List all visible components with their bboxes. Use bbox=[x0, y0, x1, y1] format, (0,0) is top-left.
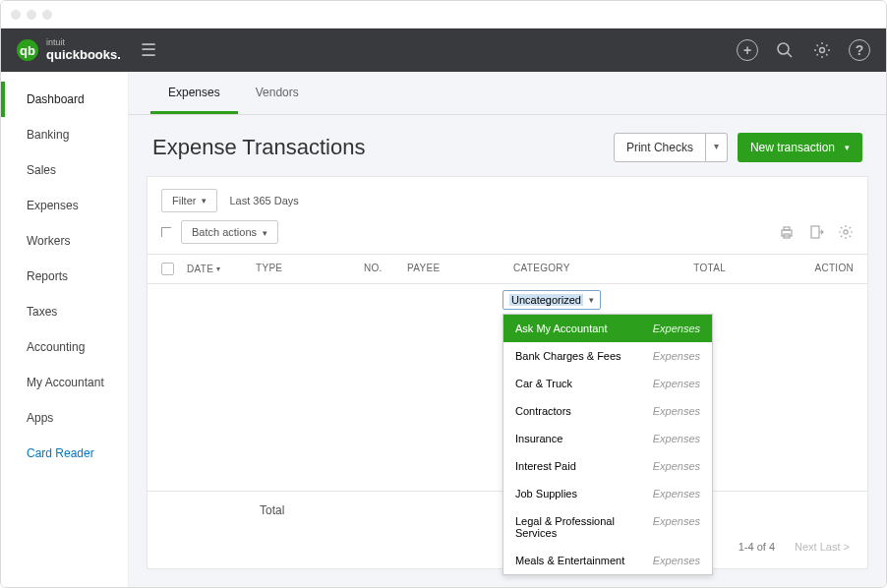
svg-rect-4 bbox=[784, 227, 790, 230]
export-icon[interactable] bbox=[808, 224, 824, 240]
chevron-down-icon: ▾ bbox=[589, 295, 594, 305]
main-content: ExpensesVendors Expense Transactions Pri… bbox=[129, 72, 886, 587]
sidebar-item-card-reader[interactable]: Card Reader bbox=[1, 436, 128, 471]
category-option-type: Expenses bbox=[653, 378, 700, 389]
th-checkbox bbox=[161, 263, 187, 275]
th-payee[interactable]: PAYEE bbox=[407, 263, 513, 275]
transactions-panel: Filter ▾ Last 365 Days Batch actions ▾ bbox=[147, 176, 868, 569]
app-body: DashboardBankingSalesExpensesWorkersRepo… bbox=[1, 72, 886, 587]
select-all-checkbox[interactable] bbox=[161, 263, 174, 275]
category-select-value: Uncategorized bbox=[509, 294, 583, 306]
batch-label: Batch actions bbox=[192, 226, 257, 238]
print-checks-caret[interactable]: ▾ bbox=[706, 133, 728, 162]
svg-point-0 bbox=[778, 43, 789, 54]
sidebar-item-banking[interactable]: Banking bbox=[1, 117, 128, 152]
category-option-name: Interest Paid bbox=[515, 460, 576, 472]
th-no[interactable]: NO. bbox=[364, 263, 407, 275]
category-option-type: Expenses bbox=[653, 405, 700, 417]
category-option-name: Meals & Entertainment bbox=[515, 555, 624, 566]
tab-expenses[interactable]: Expenses bbox=[150, 72, 238, 114]
table-action-icons bbox=[779, 224, 854, 240]
category-option[interactable]: Legal & Professional ServicesExpenses bbox=[503, 507, 712, 547]
category-option-name: Job Supplies bbox=[515, 488, 577, 500]
gear-icon[interactable] bbox=[811, 39, 833, 61]
filter-button[interactable]: Filter ▾ bbox=[161, 189, 217, 212]
category-option-type: Expenses bbox=[653, 555, 700, 566]
filter-bar: Filter ▾ Last 365 Days bbox=[148, 177, 867, 216]
category-option-type: Expenses bbox=[653, 350, 700, 362]
svg-point-2 bbox=[820, 48, 825, 53]
batch-bar: Batch actions ▾ bbox=[148, 216, 867, 254]
settings-icon[interactable] bbox=[838, 224, 854, 240]
category-option-type: Expenses bbox=[653, 323, 700, 334]
th-date[interactable]: DATE▾ bbox=[187, 263, 256, 275]
sidebar-item-taxes[interactable]: Taxes bbox=[1, 294, 128, 329]
menu-icon[interactable]: ☰ bbox=[141, 39, 156, 61]
tab-vendors[interactable]: Vendors bbox=[238, 72, 317, 114]
category-option[interactable]: InsuranceExpenses bbox=[503, 425, 712, 452]
table-rows: Uncategorized ▾ Ask My AccountantExpense… bbox=[148, 284, 867, 491]
brand-intuit: intuit bbox=[46, 38, 121, 47]
category-select[interactable]: Uncategorized ▾ bbox=[503, 290, 601, 310]
window-dot bbox=[42, 10, 52, 20]
category-option-name: Insurance bbox=[515, 433, 562, 444]
sidebar-item-workers[interactable]: Workers bbox=[1, 223, 128, 259]
sidebar-item-accounting[interactable]: Accounting bbox=[1, 329, 128, 365]
chevron-down-icon: ▾ bbox=[260, 228, 267, 238]
sidebar-item-reports[interactable]: Reports bbox=[1, 259, 128, 294]
category-option-name: Car & Truck bbox=[515, 378, 572, 389]
filter-label: Filter bbox=[172, 195, 196, 206]
category-option-type: Expenses bbox=[653, 460, 700, 472]
print-icon[interactable] bbox=[779, 224, 795, 240]
category-option[interactable]: Job SuppliesExpenses bbox=[503, 480, 712, 507]
category-option[interactable]: Bank Charges & FeesExpenses bbox=[503, 342, 712, 370]
category-dropdown: Ask My AccountantExpensesBank Charges & … bbox=[503, 314, 713, 575]
print-checks-button[interactable]: Print Checks bbox=[614, 133, 706, 162]
svg-rect-6 bbox=[811, 226, 819, 238]
topbar-actions: + ? bbox=[737, 39, 870, 61]
category-option[interactable]: Car & TruckExpenses bbox=[503, 370, 712, 397]
th-type[interactable]: TYPE bbox=[256, 263, 364, 275]
th-total[interactable]: TOTAL bbox=[671, 263, 726, 275]
filter-range: Last 365 Days bbox=[229, 195, 298, 206]
pager-next[interactable]: Next Last > bbox=[795, 541, 850, 553]
search-icon[interactable] bbox=[774, 39, 796, 61]
category-option-name: Contractors bbox=[515, 405, 571, 417]
sidebar-item-apps[interactable]: Apps bbox=[1, 400, 128, 436]
add-icon[interactable]: + bbox=[737, 39, 758, 61]
th-category[interactable]: CATEGORY bbox=[513, 263, 671, 275]
tabs: ExpensesVendors bbox=[129, 72, 886, 115]
svg-line-1 bbox=[788, 53, 793, 58]
sort-icon: ▾ bbox=[216, 265, 220, 273]
sidebar-item-expenses[interactable]: Expenses bbox=[1, 188, 128, 223]
category-option[interactable]: ContractorsExpenses bbox=[503, 397, 712, 425]
chevron-down-icon: ▾ bbox=[202, 196, 207, 206]
category-option[interactable]: Ask My AccountantExpenses bbox=[503, 315, 712, 342]
pager-range: 1-4 of 4 bbox=[739, 541, 775, 553]
window-titlebar bbox=[1, 1, 886, 29]
category-option-name: Legal & Professional Services bbox=[515, 515, 653, 539]
brand-text: intuit quickbooks. bbox=[46, 38, 121, 62]
th-action: ACTION bbox=[726, 263, 854, 275]
brand-name: quickbooks. bbox=[46, 47, 121, 62]
category-option-type: Expenses bbox=[653, 433, 700, 444]
header-buttons: Print Checks ▾ New transaction ▾ bbox=[614, 133, 862, 162]
help-icon[interactable]: ? bbox=[849, 39, 870, 61]
batch-actions-button[interactable]: Batch actions ▾ bbox=[181, 220, 278, 244]
sidebar-item-dashboard[interactable]: Dashboard bbox=[1, 82, 128, 117]
print-checks-split: Print Checks ▾ bbox=[614, 133, 728, 162]
category-option-name: Bank Charges & Fees bbox=[515, 350, 621, 362]
window-dot bbox=[11, 10, 21, 20]
category-option[interactable]: Interest PaidExpenses bbox=[503, 452, 712, 480]
page-title: Expense Transactions bbox=[152, 135, 365, 160]
svg-point-7 bbox=[844, 230, 848, 234]
sidebar: DashboardBankingSalesExpensesWorkersRepo… bbox=[1, 72, 129, 587]
category-option-type: Expenses bbox=[653, 515, 700, 539]
sidebar-item-sales[interactable]: Sales bbox=[1, 152, 128, 188]
sidebar-item-my-accountant[interactable]: My Accountant bbox=[1, 365, 128, 400]
new-transaction-button[interactable]: New transaction ▾ bbox=[738, 133, 862, 162]
category-option-name: Ask My Accountant bbox=[515, 323, 608, 334]
category-option[interactable]: Meals & EntertainmentExpenses bbox=[503, 547, 712, 574]
category-option-type: Expenses bbox=[653, 488, 700, 500]
window-dot bbox=[27, 10, 36, 20]
